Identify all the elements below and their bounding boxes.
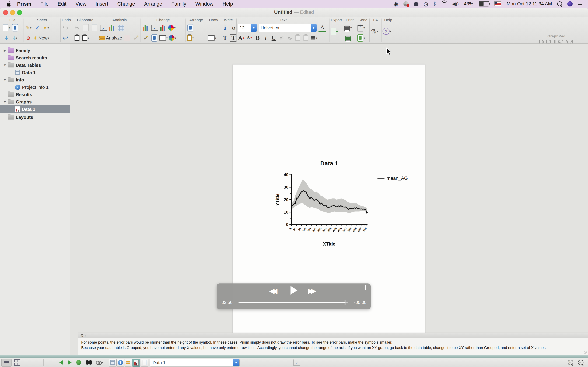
menu-file[interactable]: File [36,1,53,7]
playhead-handle[interactable] [345,300,346,305]
rewind-button[interactable]: ◀◀ [269,287,275,295]
input-source-flag-icon[interactable] [494,1,501,6]
analysis-wand-icon[interactable] [132,34,140,42]
menu-help[interactable]: Help [218,1,238,7]
new-sheet-button[interactable]: ✷New▾ [33,34,49,42]
underline-button[interactable]: U [270,34,277,42]
magic-wand-button[interactable] [142,34,149,42]
color-scheme-button[interactable]: ▾ [169,34,176,42]
siri-icon[interactable] [567,1,573,7]
analysis-chart-icon[interactable] [108,24,116,32]
play-button[interactable] [291,286,297,295]
labarchives-button[interactable]: ⚗▾ [371,27,378,35]
save-as-button[interactable]: ⤓▾ [11,34,19,42]
prism-app-badge-icon[interactable] [403,1,409,7]
open-file-button[interactable] [11,24,19,32]
forward-sheet-button[interactable] [66,359,73,366]
paste-special-button[interactable] [91,24,98,32]
sidebar-item-data-tables[interactable]: ▼Data Tables [0,62,70,69]
menu-edit[interactable]: Edit [53,1,71,7]
send-image-button[interactable]: ▾ [357,34,365,42]
analyze-button[interactable]: Analyze [99,34,122,42]
battery-icon[interactable] [479,1,489,7]
graph-data-1[interactable]: 0102030401509914819724629534439344249154… [270,157,419,248]
zoom-in-button[interactable]: + [567,359,574,366]
indent-left-icon[interactable] [294,34,302,42]
sidebar-item-graph-data-1[interactable]: Data 1 [0,105,70,113]
apple-menu-icon[interactable] [7,1,11,7]
menu-insert[interactable]: Insert [91,1,113,7]
zoom-out-button[interactable]: − [577,359,585,366]
font-color-button[interactable]: A [319,24,326,32]
font-size-select[interactable]: 12▼ [238,24,257,32]
sidebar-item-graphs[interactable]: ▼Graphs [0,98,70,105]
copy-button[interactable] [82,24,90,32]
goto-graph-button[interactable] [132,359,140,367]
sidebar-item-results[interactable]: Results [0,91,70,98]
go-to-linked-sheet-button[interactable] [75,359,82,366]
superscript-button[interactable]: x² [278,34,285,42]
new-file-button[interactable]: ▾ [2,24,10,32]
fast-forward-button[interactable]: ▶▶ [308,287,314,295]
clock-status-icon[interactable]: ◷ [424,1,428,7]
italic-button[interactable]: I [262,34,269,42]
delete-sheet-button[interactable]: ⊘ [25,34,32,42]
playback-scrubber[interactable] [239,302,348,303]
alignment-button[interactable]: ≣▾ [310,34,318,42]
find-button[interactable] [85,359,93,366]
sidebar-item-layouts[interactable]: Layouts [0,114,70,121]
redo-button[interactable]: ↪ [62,24,69,32]
sidebar-item-data-table-1[interactable]: Data 1 [0,69,70,76]
player-share-button[interactable] [365,286,366,289]
notes-text-box[interactable]: For some points, the error bars would be… [78,338,588,355]
decrease-font-button[interactable]: A▼ [246,34,253,42]
subscript-button[interactable]: x₂ [286,34,294,42]
screen-record-icon[interactable]: ◉ [393,1,398,7]
bold-button[interactable]: B [254,34,261,42]
font-family-select[interactable]: Helvetica▼ [259,24,317,32]
menu-window[interactable]: Window [191,1,218,7]
export-button[interactable]: ➥ [331,27,338,35]
menu-family[interactable]: Family [167,1,191,7]
draw-shape-button[interactable]: ▾ [208,34,216,42]
write-info-button[interactable]: ℹ [221,24,229,32]
menu-view[interactable]: View [71,1,91,7]
text-tool-button[interactable]: T [221,34,229,42]
volume-icon[interactable]: ◀)) [452,1,459,7]
change-colors-button[interactable]: ▾ [168,24,176,32]
group-objects-button[interactable]: ▾ [187,34,194,42]
sidebar-item-search-results[interactable]: Search results [0,54,70,61]
increase-font-button[interactable]: A▲ [238,34,245,42]
resize-grip-icon[interactable] [584,351,587,354]
time-machine-icon[interactable] [414,2,418,6]
add-annotation-button[interactable] [150,34,158,42]
wifi-icon[interactable] [442,2,447,6]
change-graph-type-button[interactable] [142,24,149,32]
analysis-table-icon[interactable] [117,24,125,32]
notes-gear-button[interactable]: ⚙ ▾ [80,333,86,338]
frame-options-button[interactable]: ▾ [159,34,168,42]
sidebar-item-family[interactable]: ▶Family [0,47,70,54]
menu-bar-clock[interactable]: Mon Oct 12 11:34 AM [507,1,552,7]
goto-layout-button[interactable] [141,359,148,367]
rename-sheet-button[interactable]: ✎▾ [25,24,32,32]
goto-data-table-button[interactable] [109,359,117,367]
menu-app-name[interactable]: Prism [13,1,36,7]
help-button[interactable]: ? ▾ [382,27,391,35]
menu-arrange[interactable]: Arrange [140,1,167,7]
menu-change[interactable]: Change [113,1,140,7]
back-sheet-button[interactable] [58,359,65,366]
spotlight-search-icon[interactable] [557,1,562,6]
goto-info-button[interactable]: i [117,359,124,367]
sheet-selector-dropdown[interactable]: Data 1 ▼ [150,359,240,367]
bluetooth-icon[interactable]: ᛒ [433,1,436,7]
paste-options-button[interactable]: ▾ [82,34,90,42]
list-view-button[interactable] [1,359,12,367]
undo-button[interactable]: ↩ [62,34,69,42]
share-sheet-button[interactable]: ▾ [357,24,365,32]
paste-button[interactable] [73,34,81,42]
sidebar-item-project-info-1[interactable]: iProject info 1 [0,84,70,91]
notification-center-icon[interactable] [578,3,583,5]
chain-links-button[interactable]: ▾ [95,359,105,366]
sheet-properties-button[interactable]: ✳ [33,24,41,32]
